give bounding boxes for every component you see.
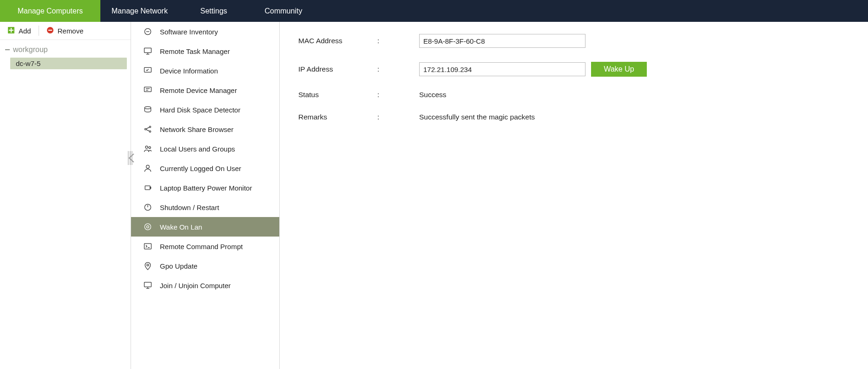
disk-icon: [143, 105, 152, 114]
colon: :: [377, 91, 419, 99]
colon: :: [377, 113, 419, 121]
tab-manage-computers[interactable]: Manage Computers: [0, 0, 100, 22]
tool-software-inventory[interactable]: Software Inventory: [131, 22, 279, 41]
tool-label: Currently Logged On User: [160, 165, 241, 172]
tree-item-selected[interactable]: dc-w7-5: [10, 58, 127, 69]
toolbar-separator: [39, 26, 39, 36]
status-value: Success: [419, 91, 447, 99]
svg-rect-9: [145, 87, 151, 92]
tool-label: Gpo Update: [160, 262, 197, 270]
ip-address-label: IP Address: [298, 65, 377, 73]
tool-device-information[interactable]: Device Information: [131, 61, 279, 80]
tree-group-workgroup[interactable]: workgroup: [4, 44, 127, 56]
tab-community[interactable]: Community: [249, 0, 318, 22]
device-info-icon: [143, 66, 152, 75]
svg-point-21: [147, 226, 149, 228]
tool-label: Local Users and Groups: [160, 145, 235, 153]
location-icon: [143, 261, 152, 270]
svg-rect-7: [145, 48, 151, 53]
svg-point-16: [146, 165, 150, 168]
add-button[interactable]: Add: [5, 26, 34, 35]
tool-label: Join / Unjoin Computer: [160, 282, 231, 290]
svg-point-20: [145, 224, 151, 230]
users-icon: [143, 144, 152, 153]
computers-toolbar: Add Remove: [0, 22, 131, 40]
top-nav: Manage Computers Manage Network Settings…: [0, 0, 868, 22]
remove-icon: [46, 26, 54, 35]
tool-label: Shutdown / Restart: [160, 204, 219, 211]
tool-label: Network Share Browser: [160, 125, 233, 133]
status-label: Status: [298, 91, 377, 99]
collapse-group-icon: [5, 47, 10, 53]
add-icon: [7, 26, 15, 35]
computers-pane: Add Remove workgroup dc-w7-5: [0, 22, 131, 369]
tool-label: Laptop Battery Power Monitor: [160, 184, 252, 192]
svg-point-12: [149, 126, 151, 127]
share-icon: [143, 125, 152, 134]
wol-icon: [143, 222, 152, 231]
wake-up-button[interactable]: Wake Up: [591, 62, 647, 77]
pane-collapse-handle[interactable]: [126, 150, 135, 166]
add-label: Add: [19, 27, 31, 35]
svg-point-23: [147, 264, 149, 266]
mac-address-label: MAC Address: [298, 37, 377, 45]
terminal-icon: [143, 242, 152, 251]
remarks-label: Remarks: [298, 113, 377, 121]
monitor-icon: [143, 46, 152, 56]
tool-label: Remote Command Prompt: [160, 243, 243, 250]
tool-network-share-browser[interactable]: Network Share Browser: [131, 119, 279, 139]
svg-point-14: [145, 146, 148, 148]
svg-point-13: [149, 131, 151, 132]
battery-icon: [143, 183, 152, 192]
tool-logged-on-user[interactable]: Currently Logged On User: [131, 158, 279, 178]
remarks-value: Successfully sent the magic packets: [419, 113, 535, 121]
svg-point-10: [145, 106, 151, 109]
tool-gpo-update[interactable]: Gpo Update: [131, 256, 279, 276]
tab-settings[interactable]: Settings: [179, 0, 249, 22]
wol-content: MAC Address : IP Address : Wake Up Statu…: [280, 22, 868, 369]
computers-tree: workgroup dc-w7-5: [0, 40, 131, 73]
tool-battery-monitor[interactable]: Laptop Battery Power Monitor: [131, 178, 279, 198]
inventory-icon: [143, 27, 152, 36]
ip-address-input[interactable]: [419, 62, 585, 76]
colon: :: [377, 37, 419, 45]
tool-shutdown-restart[interactable]: Shutdown / Restart: [131, 198, 279, 217]
tool-label: Remote Task Manager: [160, 47, 230, 55]
tool-list: Software Inventory Remote Task Manager D…: [131, 22, 280, 369]
colon: :: [377, 65, 419, 73]
tool-label: Hard Disk Space Detector: [160, 106, 240, 114]
tool-label: Remote Device Manager: [160, 86, 237, 94]
remove-button[interactable]: Remove: [44, 26, 86, 35]
tool-remote-device-manager[interactable]: Remote Device Manager: [131, 80, 279, 100]
svg-rect-18: [150, 187, 151, 188]
svg-rect-4: [48, 30, 52, 31]
tool-hard-disk-space[interactable]: Hard Disk Space Detector: [131, 100, 279, 119]
svg-point-11: [145, 128, 146, 130]
computer-icon: [143, 281, 152, 290]
tool-wake-on-lan[interactable]: Wake On Lan: [131, 217, 279, 237]
svg-rect-24: [145, 282, 151, 287]
svg-rect-17: [145, 186, 150, 190]
svg-rect-2: [9, 30, 13, 31]
tool-label: Wake On Lan: [160, 223, 202, 231]
tool-local-users-groups[interactable]: Local Users and Groups: [131, 139, 279, 158]
svg-rect-5: [5, 49, 10, 50]
power-icon: [143, 203, 152, 212]
remove-label: Remove: [58, 27, 84, 35]
tool-label: Software Inventory: [160, 28, 218, 36]
tool-join-unjoin-computer[interactable]: Join / Unjoin Computer: [131, 276, 279, 295]
user-icon: [143, 164, 152, 173]
tool-remote-command-prompt[interactable]: Remote Command Prompt: [131, 237, 279, 256]
mac-address-input[interactable]: [419, 34, 585, 48]
tree-group-label: workgroup: [13, 46, 48, 54]
svg-point-15: [149, 146, 151, 148]
device-manager-icon: [143, 86, 152, 95]
tab-manage-network[interactable]: Manage Network: [100, 0, 179, 22]
svg-rect-22: [145, 244, 151, 249]
tool-remote-task-manager[interactable]: Remote Task Manager: [131, 41, 279, 61]
tool-label: Device Information: [160, 67, 218, 75]
